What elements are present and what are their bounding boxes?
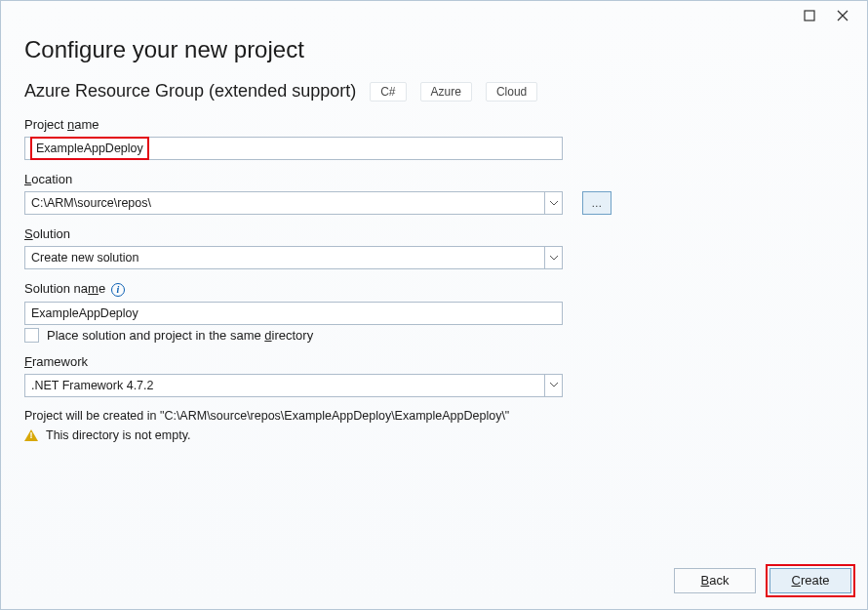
same-directory-checkbox[interactable] <box>24 328 39 343</box>
browse-button[interactable]: ... <box>582 191 612 215</box>
project-name-value: ExampleAppDeploy <box>30 137 149 160</box>
create-button-highlight: Create <box>766 564 855 597</box>
same-directory-row: Place solution and project in the same d… <box>24 328 844 343</box>
project-name-input[interactable]: ExampleAppDeploy <box>24 137 563 160</box>
solution-group: Solution Create new solution <box>24 226 844 269</box>
page-title: Configure your new project <box>24 36 844 63</box>
back-button[interactable]: Back <box>674 568 756 593</box>
solution-name-label: Solution name i <box>24 281 844 297</box>
info-icon[interactable]: i <box>111 283 125 297</box>
warning-row: This directory is not empty. <box>24 428 844 442</box>
location-combo[interactable]: C:\ARM\source\repos\ <box>24 191 563 215</box>
create-button[interactable]: Create <box>769 568 851 593</box>
location-value: C:\ARM\source\repos\ <box>25 192 544 214</box>
solution-name-value: ExampleAppDeploy <box>31 306 138 320</box>
template-name: Azure Resource Group (extended support) <box>24 81 356 102</box>
dialog-footer: Back Create <box>1 558 867 609</box>
svg-rect-0 <box>805 11 814 20</box>
chip-cloud: Cloud <box>486 82 537 102</box>
project-name-label: Project name <box>24 117 844 132</box>
solution-name-group: Solution name i ExampleAppDeploy Place s… <box>24 281 844 343</box>
solution-name-input[interactable]: ExampleAppDeploy <box>24 302 563 325</box>
maximize-icon[interactable] <box>803 9 816 22</box>
same-directory-label: Place solution and project in the same d… <box>47 328 313 343</box>
chip-azure: Azure <box>420 82 472 102</box>
solution-combo[interactable]: Create new solution <box>24 246 563 269</box>
solution-label: Solution <box>24 226 844 241</box>
framework-label: Framework <box>24 354 844 369</box>
chevron-down-icon[interactable] <box>544 192 562 214</box>
chip-csharp: C# <box>370 82 406 102</box>
project-name-group: Project name ExampleAppDeploy <box>24 117 844 160</box>
framework-value: .NET Framework 4.7.2 <box>25 375 544 396</box>
titlebar <box>1 1 867 30</box>
template-row: Azure Resource Group (extended support) … <box>24 81 844 102</box>
chevron-down-icon[interactable] <box>544 247 562 268</box>
dialog-window: Configure your new project Azure Resourc… <box>0 0 868 610</box>
location-label: Location <box>24 172 844 186</box>
chevron-down-icon[interactable] <box>544 375 562 396</box>
creation-path-text: Project will be created in "C:\ARM\sourc… <box>24 409 844 423</box>
framework-combo[interactable]: .NET Framework 4.7.2 <box>24 374 563 397</box>
warning-icon <box>24 429 38 441</box>
close-icon[interactable] <box>836 9 849 22</box>
warning-text: This directory is not empty. <box>46 428 190 442</box>
solution-value: Create new solution <box>25 247 544 268</box>
dialog-content: Configure your new project Azure Resourc… <box>1 30 867 558</box>
location-group: Location C:\ARM\source\repos\ ... <box>24 172 844 215</box>
framework-group: Framework .NET Framework 4.7.2 <box>24 354 844 397</box>
